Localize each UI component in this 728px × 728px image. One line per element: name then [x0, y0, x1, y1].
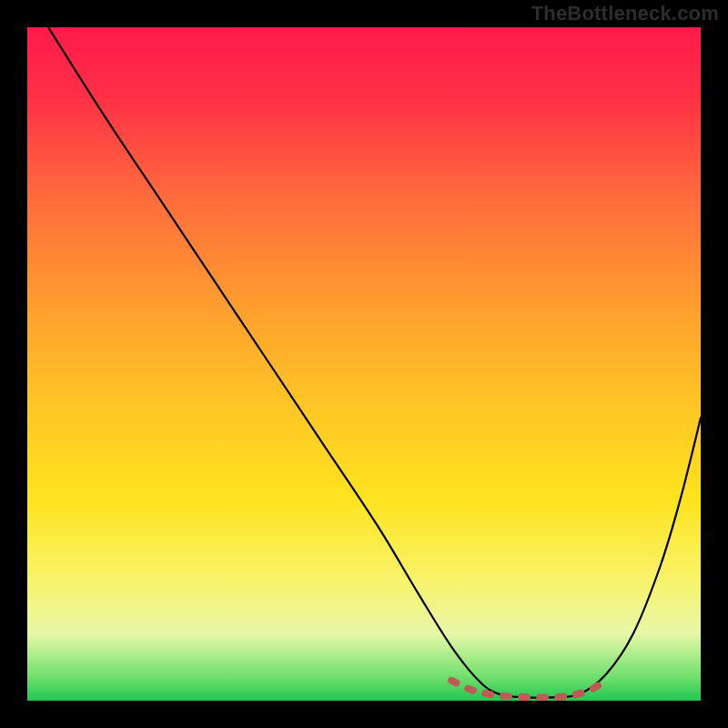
chart-stage: TheBottleneck.com	[0, 0, 728, 728]
watermark-text: TheBottleneck.com	[531, 2, 719, 25]
bottleneck-chart	[27, 27, 701, 701]
gradient-background	[27, 27, 701, 701]
